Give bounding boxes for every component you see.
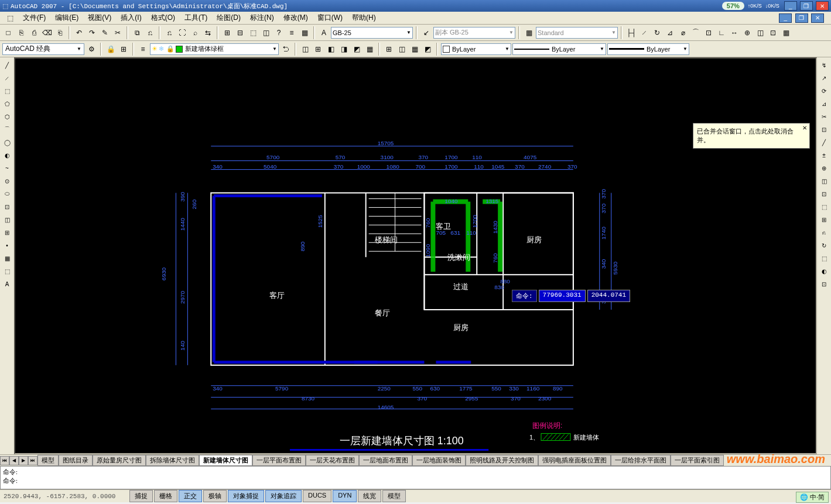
mode-极轴[interactable]: 极轴	[203, 490, 227, 502]
polygon-icon[interactable]: ⬠	[2, 98, 12, 109]
mdi-close[interactable]: ✕	[811, 13, 824, 23]
cut-icon[interactable]: ↶	[73, 27, 85, 39]
dim-linear-icon[interactable]: ├┤	[625, 27, 637, 39]
line-icon[interactable]: ╱	[2, 60, 12, 70]
rotate-icon[interactable]: ╱	[819, 137, 829, 148]
spline-icon[interactable]: ~	[2, 163, 12, 173]
plot-icon[interactable]: ⌫	[41, 27, 53, 39]
dyn-val1[interactable]: 77969.3031	[539, 290, 586, 302]
color-dropdown[interactable]: ByLayer▼	[441, 43, 511, 55]
menu-app-icon[interactable]: ⬚	[2, 13, 18, 23]
menu-format[interactable]: 格式(O)	[146, 12, 180, 24]
extend-icon[interactable]: ⊡	[819, 188, 829, 199]
match-icon[interactable]: ✂	[112, 27, 124, 39]
align-icon4[interactable]: ◩	[422, 43, 433, 55]
textstyle-dropdown[interactable]: GB-25▼	[331, 27, 413, 39]
chamfer-icon[interactable]: ⎌	[819, 227, 829, 238]
extra2-icon[interactable]: ⊡	[819, 279, 829, 289]
tablestyle-icon[interactable]: ▦	[523, 27, 535, 39]
tooltip-close-icon[interactable]: ✕	[802, 125, 807, 131]
mode-捕捉[interactable]: 捕捉	[129, 490, 153, 502]
move-icon[interactable]: ⊡	[819, 124, 829, 135]
zoom-win-icon[interactable]: ⌕	[189, 27, 201, 39]
zoom-prev-icon[interactable]: ⇆	[202, 27, 214, 39]
tab-nav-first[interactable]: ⏮	[0, 456, 9, 465]
align-icon2[interactable]: ◫	[396, 43, 408, 55]
sheet-icon3[interactable]: ◧	[325, 43, 337, 55]
mode-正交[interactable]: 正交	[179, 490, 202, 502]
erase-icon[interactable]: ↯	[819, 60, 829, 70]
layout-tab[interactable]: 新建墙体尺寸图	[199, 455, 252, 466]
save-icon[interactable]: ⎙	[28, 27, 40, 39]
dim-quick-icon[interactable]: ↔	[729, 27, 740, 39]
block-insert-icon[interactable]: ⊡	[2, 201, 12, 212]
mode-栅格[interactable]: 栅格	[154, 490, 177, 502]
drawing-canvas[interactable]: 客厅 餐厅 楼梯间 客卫 洗漱间 过道 厨房 厨房 1	[14, 57, 817, 454]
dimstyle-icon[interactable]: ↙	[420, 27, 432, 39]
revcloud-icon[interactable]: ◐	[2, 150, 12, 160]
tab-nav-next[interactable]: ▶	[19, 456, 28, 465]
layer-dropdown[interactable]: ☀ ❄ 🔒 新建墙体绿框 ▼	[150, 43, 279, 55]
redo-icon[interactable]: ⎌	[144, 27, 156, 39]
sheet-icon5[interactable]: ◩	[351, 43, 363, 55]
help-icon[interactable]: ▦	[299, 27, 310, 39]
region-icon[interactable]: ⬚	[2, 266, 12, 276]
ws-settings-icon[interactable]: ⚙	[86, 43, 97, 55]
dim-dia-icon[interactable]: ⊡	[703, 27, 714, 39]
ellipse-arc-icon[interactable]: ⬭	[2, 188, 12, 199]
lineweight-dropdown[interactable]: ByLayer▼	[607, 43, 689, 55]
layout-tab[interactable]: 一层地面装饰图	[412, 455, 466, 466]
ellipse-icon[interactable]: ⊙	[2, 176, 12, 186]
zoom-rt-icon[interactable]: ⛶	[176, 27, 188, 39]
undo-icon[interactable]: ⧉	[131, 27, 143, 39]
stretch-icon[interactable]: ⊕	[819, 163, 829, 173]
layout-tab[interactable]: 一层给排水平面图	[611, 455, 671, 466]
coordinates[interactable]: 2520.9443, -6157.2583, 0.0000	[0, 493, 129, 500]
dim-tol-icon[interactable]: ⊡	[767, 27, 779, 39]
new-icon[interactable]: □	[2, 27, 14, 39]
dyn-val2[interactable]: 2044.0741	[587, 290, 630, 302]
trim-icon[interactable]: ◫	[819, 176, 829, 186]
props-icon[interactable]: ⊞	[221, 27, 233, 39]
lockui-icon[interactable]: 🔒	[105, 43, 117, 55]
maximize-button[interactable]: ❐	[800, 1, 813, 11]
pline-icon[interactable]: ⬚	[2, 85, 12, 96]
textstyle-icon[interactable]: A	[318, 27, 330, 39]
dim-aligned-icon[interactable]: ⟋	[638, 27, 650, 39]
menu-view[interactable]: 视图(V)	[83, 12, 116, 24]
tool-pal-icon[interactable]: ⬚	[247, 27, 259, 39]
open-icon[interactable]: ⎘	[15, 27, 27, 39]
layout-tab[interactable]: 强弱电插座面板位置图	[538, 455, 611, 466]
table-icon[interactable]: A	[2, 279, 12, 289]
paste-icon[interactable]: ✎	[99, 27, 111, 39]
minimize-button[interactable]: _	[784, 1, 797, 11]
dim-ordinate-icon[interactable]: ⊿	[664, 27, 676, 39]
menu-insert[interactable]: 插入(I)	[116, 12, 146, 24]
arc-icon[interactable]: ⌒	[2, 124, 12, 135]
workspace-dropdown[interactable]: AutoCAD 经典▼	[2, 43, 84, 55]
menu-edit[interactable]: 编辑(E)	[50, 12, 83, 24]
copy-icon[interactable]: ↷	[86, 27, 98, 39]
menu-dimension[interactable]: 标注(N)	[245, 12, 279, 24]
ime-indicator[interactable]: 🌐 中·简	[796, 492, 829, 503]
xline-icon[interactable]: ⟋	[2, 73, 12, 83]
block-make-icon[interactable]: ◫	[2, 214, 12, 225]
close-button[interactable]: ✕	[816, 1, 829, 11]
tablestyle-dropdown[interactable]: Standard▼	[536, 27, 618, 39]
align-icon3[interactable]: ▦	[409, 43, 420, 55]
copy-obj-icon[interactable]: ↗	[819, 73, 829, 83]
merge-tooltip[interactable]: ✕ 已合并会话窗口，点击此处取消合并。	[693, 123, 810, 149]
mode-线宽[interactable]: 线宽	[358, 490, 381, 502]
menu-tools[interactable]: 工具(T)	[180, 12, 212, 24]
sheet-icon2[interactable]: ⊞	[312, 43, 324, 55]
mode-DYN[interactable]: DYN	[333, 490, 357, 502]
circle-icon[interactable]: ◯	[2, 137, 12, 148]
mdi-minimize[interactable]: _	[779, 13, 792, 23]
sheet-icon6[interactable]: ▦	[364, 43, 375, 55]
layout-tab[interactable]: 一层平面索引图	[671, 455, 724, 466]
markup-icon[interactable]: ?	[273, 27, 285, 39]
mode-DUCS[interactable]: DUCS	[303, 490, 331, 502]
menu-file[interactable]: 文件(F)	[18, 12, 50, 24]
break-icon[interactable]: ⬚	[819, 201, 829, 212]
explode-icon[interactable]: ⬚	[819, 253, 829, 263]
